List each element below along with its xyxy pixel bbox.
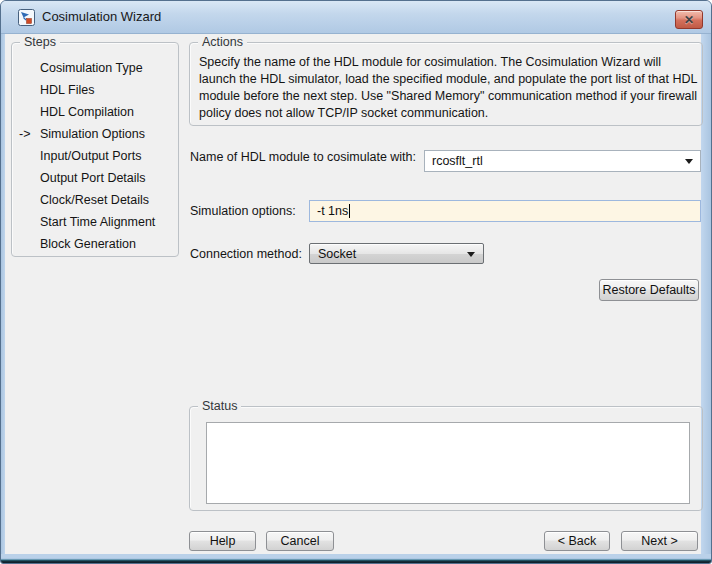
- help-button[interactable]: Help: [189, 531, 256, 551]
- combobox-arrow-icon[interactable]: [685, 159, 693, 164]
- dropdown-arrow-icon: [467, 252, 475, 257]
- steps-item-output-port-details: Output Port Details: [12, 167, 178, 189]
- hdl-module-combobox[interactable]: [424, 150, 701, 172]
- hdl-module-input[interactable]: [425, 151, 700, 171]
- connection-method-dropdown[interactable]: Socket: [309, 243, 484, 264]
- steps-item-start-time-alignment: Start Time Alignment: [12, 211, 178, 233]
- close-icon: ✕: [684, 14, 694, 26]
- restore-defaults-button[interactable]: Restore Defaults: [599, 279, 699, 301]
- window-title: Cosimulation Wizard: [42, 9, 161, 24]
- active-step-marker: ->: [19, 123, 30, 145]
- simulation-options-value: -t 1ns: [317, 204, 348, 218]
- steps-item-block-generation: Block Generation: [12, 233, 178, 255]
- steps-item-clock-reset-details: Clock/Reset Details: [12, 189, 178, 211]
- cancel-button[interactable]: Cancel: [266, 531, 334, 551]
- steps-groupbox: Steps Cosimulation Type HDL Files HDL Co…: [11, 42, 179, 257]
- status-textarea[interactable]: [206, 422, 690, 504]
- actions-group-label: Actions: [198, 35, 247, 50]
- simulation-options-label: Simulation options:: [190, 201, 296, 221]
- app-icon: [18, 9, 35, 26]
- steps-item-hdl-compilation: HDL Compilation: [12, 101, 178, 123]
- next-button[interactable]: Next >: [621, 531, 698, 551]
- cosimulation-wizard-window: Cosimulation Wizard ✕ Steps Cosimulation…: [0, 0, 712, 564]
- titlebar[interactable]: Cosimulation Wizard ✕: [1, 1, 711, 34]
- steps-list: Cosimulation Type HDL Files HDL Compilat…: [12, 57, 178, 255]
- hdl-module-label: Name of HDL module to cosimulate with:: [190, 147, 416, 167]
- simulation-options-input[interactable]: -t 1ns: [309, 200, 701, 222]
- connection-method-value: Socket: [318, 247, 356, 261]
- steps-group-label: Steps: [20, 35, 60, 50]
- status-groupbox: Status: [189, 406, 703, 511]
- client-area: Steps Cosimulation Type HDL Files HDL Co…: [5, 34, 701, 554]
- connection-method-label: Connection method:: [190, 244, 302, 264]
- steps-item-hdl-files: HDL Files: [12, 79, 178, 101]
- text-caret: [349, 204, 350, 218]
- close-button[interactable]: ✕: [675, 10, 703, 29]
- steps-item-input-output-ports: Input/Output Ports: [12, 145, 178, 167]
- actions-groupbox: Actions Specify the name of the HDL modu…: [189, 42, 703, 126]
- back-button[interactable]: < Back: [544, 531, 610, 551]
- steps-item-simulation-options: -> Simulation Options: [12, 123, 178, 145]
- status-group-label: Status: [198, 399, 241, 414]
- window-border-bottom: [1, 554, 711, 563]
- actions-description: Specify the name of the HDL module for c…: [199, 54, 697, 122]
- steps-item-cosimulation-type: Cosimulation Type: [12, 57, 178, 79]
